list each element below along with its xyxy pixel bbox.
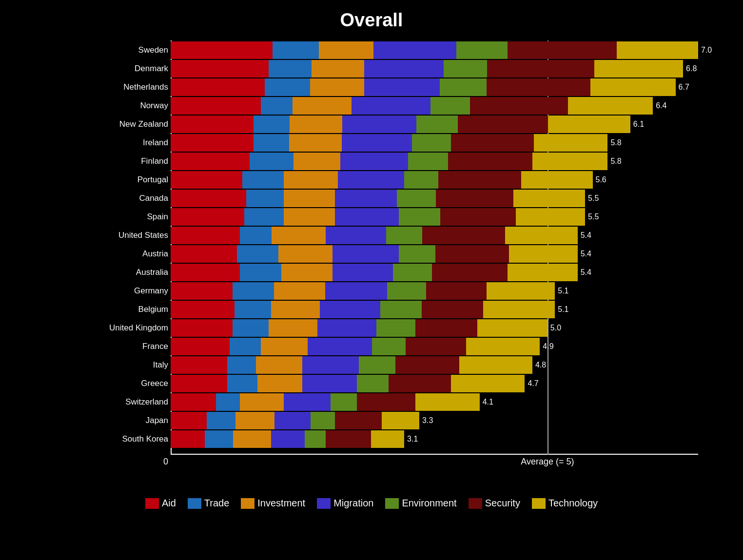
bar-segment — [250, 153, 293, 170]
bar-segment — [205, 430, 234, 448]
bar-segment — [357, 375, 389, 392]
bar-segment — [171, 171, 242, 189]
bar-value-label: 5.4 — [581, 231, 591, 240]
bar-segment — [308, 338, 372, 355]
bar-row: Austria5.4 — [171, 245, 591, 263]
bar-segment — [406, 338, 466, 355]
bar-segment — [532, 153, 608, 170]
country-label: New Zealand — [43, 119, 168, 129]
bar-value-label: 5.8 — [610, 138, 621, 147]
bar-segment — [240, 264, 281, 281]
bar-segment — [235, 301, 271, 318]
bar-row: Spain5.5 — [171, 208, 599, 226]
bar-segment — [376, 319, 415, 337]
bar-segment — [408, 153, 448, 170]
chart-container: Average (= 5) 0 Sweden7.0Denmark6.8Nethe… — [45, 36, 727, 494]
bar-segment — [487, 78, 590, 96]
bar-segment — [508, 264, 578, 281]
legend-color-box — [241, 498, 254, 509]
bar-segment — [430, 97, 469, 115]
bar-segment — [386, 227, 422, 244]
bar-segment — [372, 338, 406, 355]
x-axis — [171, 454, 698, 455]
bar-segment — [242, 171, 284, 189]
bar-segment — [568, 97, 653, 115]
bar-segment — [230, 338, 261, 355]
bar-row: Belgium5.1 — [171, 301, 569, 318]
bar-segment — [254, 116, 290, 133]
legend-label: Investment — [257, 498, 305, 509]
bar-segment — [171, 264, 240, 281]
bar-segment — [364, 60, 443, 77]
bar-segment — [271, 430, 305, 448]
bar-segment — [483, 301, 555, 318]
bar-segment — [380, 301, 422, 318]
bar-segment — [338, 171, 404, 189]
legend-color-box — [469, 498, 482, 509]
bar-segment — [448, 153, 532, 170]
country-label: Canada — [43, 193, 168, 203]
bar-segment — [265, 78, 310, 96]
bar-segment — [281, 264, 332, 281]
bar-value-label: 3.1 — [407, 435, 418, 444]
country-label: Spain — [43, 212, 168, 222]
bar-value-label: 6.7 — [679, 83, 689, 92]
bar-segment — [312, 60, 364, 77]
bar-segment — [415, 393, 479, 411]
legend-color-box — [145, 498, 159, 509]
bar-segment — [422, 301, 484, 318]
bar-row: Switzerland4.1 — [171, 393, 493, 411]
legend-color-box — [188, 498, 201, 509]
bar-segment — [240, 393, 284, 411]
bar-segment — [458, 116, 548, 133]
bar-segment — [340, 153, 408, 170]
country-label: South Korea — [43, 434, 168, 444]
bar-value-label: 6.4 — [656, 101, 666, 110]
bar-segment — [534, 134, 607, 152]
bar-segment — [216, 393, 240, 411]
bar-row: Netherlands6.7 — [171, 78, 689, 96]
bar-segment — [257, 375, 303, 392]
bar-segment — [352, 97, 430, 115]
bar-row: Ireland5.8 — [171, 134, 622, 152]
bar-row: Denmark6.8 — [171, 60, 697, 77]
legend-label: Aid — [162, 498, 176, 509]
bar-segment — [342, 116, 416, 133]
bar-segment — [171, 153, 250, 170]
country-label: Sweden — [43, 45, 168, 55]
bar-row: Norway6.4 — [171, 97, 666, 115]
bar-segment — [302, 356, 359, 374]
bar-row: Germany5.1 — [171, 282, 569, 300]
bar-segment — [436, 190, 513, 207]
country-label: Japan — [43, 416, 168, 425]
bar-segment — [422, 227, 505, 244]
bar-segment — [387, 282, 426, 300]
bar-segment — [171, 393, 216, 411]
bar-value-label: 5.4 — [581, 250, 591, 258]
bar-segment — [171, 134, 254, 152]
bar-segment — [477, 319, 547, 337]
country-label: Australia — [43, 268, 168, 277]
bar-segment — [278, 245, 332, 263]
country-label: Italy — [43, 360, 168, 370]
bar-segment — [171, 78, 265, 96]
bar-segment — [233, 319, 269, 337]
bar-segment — [359, 356, 395, 374]
bar-segment — [269, 60, 312, 77]
bar-segment — [373, 41, 456, 59]
bar-row: Sweden7.0 — [171, 41, 712, 59]
bar-row: Canada5.5 — [171, 190, 599, 207]
bar-segment — [487, 60, 594, 77]
bar-segment — [284, 171, 338, 189]
bar-segment — [332, 245, 399, 263]
legend-item: Migration — [317, 498, 373, 509]
bar-segment — [444, 60, 488, 77]
bar-segment — [171, 338, 230, 355]
bar-segment — [284, 393, 331, 411]
bar-segment — [459, 356, 532, 374]
bar-row: United States5.4 — [171, 227, 591, 244]
bar-segment — [325, 282, 387, 300]
bar-segment — [310, 78, 364, 96]
bar-segment — [207, 412, 235, 429]
bar-value-label: 5.1 — [558, 305, 568, 314]
